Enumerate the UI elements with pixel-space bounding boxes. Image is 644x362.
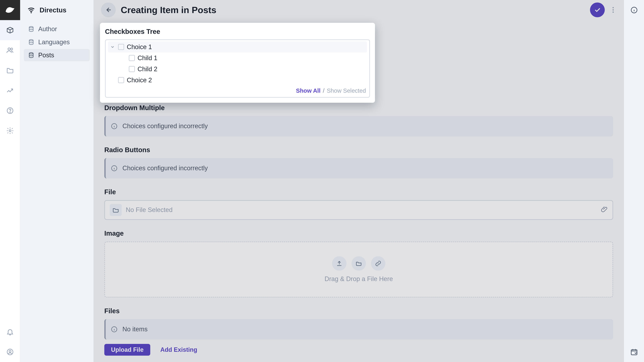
right-rail [624, 0, 644, 362]
sidebar-item-languages[interactable]: Languages [24, 36, 90, 48]
svg-point-7 [31, 12, 32, 13]
sidebar-item-label: Languages [38, 38, 70, 46]
tree-checkbox[interactable] [118, 44, 124, 50]
account-icon [6, 348, 14, 356]
tree-row-choice-2[interactable]: Choice 2 [108, 75, 367, 86]
chevron-down-icon [110, 44, 115, 49]
rail-help[interactable] [0, 100, 20, 121]
folder-icon [6, 66, 14, 74]
popover-title: Checkboxes Tree [105, 28, 370, 35]
rail-notifications[interactable] [0, 322, 20, 342]
rail-files[interactable] [0, 60, 20, 80]
svg-point-4 [9, 130, 11, 132]
box-icon [6, 26, 14, 34]
tree-label: Choice 2 [127, 77, 152, 84]
users-icon [6, 46, 14, 54]
tree-checkbox[interactable] [129, 55, 135, 61]
wifi-icon [27, 6, 35, 14]
tree-row-choice-1[interactable]: Choice 1 [108, 41, 367, 52]
svg-point-10 [29, 53, 33, 54]
sidebar-item-label: Author [38, 25, 57, 33]
database-icon [28, 39, 34, 45]
tree-label: Choice 1 [127, 43, 152, 51]
gear-icon [6, 127, 14, 135]
svg-rect-18 [631, 350, 637, 355]
database-icon [28, 26, 34, 32]
rail-settings[interactable] [0, 121, 20, 141]
sidebar-item-author[interactable]: Author [24, 23, 90, 35]
directus-icon [5, 6, 15, 14]
info-panel-toggle[interactable] [624, 0, 644, 20]
rail-account[interactable] [0, 342, 20, 362]
sidebar-item-label: Posts [38, 52, 54, 59]
sidebar-list: Author Languages Posts [20, 20, 94, 61]
checkboxes-tree-popover: Checkboxes Tree Choice 1 Child 1 Child 2… [100, 23, 375, 103]
database-icon [28, 52, 34, 58]
show-all-link[interactable]: Show All [296, 87, 320, 94]
sidebar-header: Directus [20, 0, 94, 20]
info-icon [630, 6, 638, 14]
tree-container: Choice 1 Child 1 Child 2 Choice 2 Show A… [105, 39, 370, 98]
svg-point-1 [10, 48, 12, 50]
svg-point-3 [10, 112, 10, 112]
insights-icon [6, 87, 14, 94]
collection-sidebar: Directus Author Languages Posts [20, 0, 94, 362]
rail-content[interactable] [0, 20, 20, 40]
tree-expand-toggle[interactable] [110, 44, 116, 49]
help-icon [6, 107, 14, 114]
svg-point-8 [29, 26, 33, 28]
module-rail [0, 0, 20, 362]
rail-users[interactable] [0, 40, 20, 60]
svg-point-0 [8, 48, 10, 50]
tree-checkbox[interactable] [118, 77, 124, 83]
bell-icon [6, 328, 14, 336]
tree-checkbox[interactable] [129, 66, 135, 72]
tree-row-child-1[interactable]: Child 1 [108, 52, 367, 63]
rail-insights[interactable] [0, 80, 20, 100]
sidebar-item-posts[interactable]: Posts [24, 49, 90, 61]
tree-label: Child 1 [138, 54, 157, 62]
tree-label: Child 2 [138, 65, 157, 73]
svg-point-9 [29, 39, 33, 41]
separator: / [323, 87, 324, 94]
revisions-toggle[interactable] [624, 342, 644, 362]
tree-footer: Show All / Show Selected [108, 86, 367, 94]
app-root: Directus Author Languages Posts Creating… [0, 0, 644, 362]
calendar-edit-icon [630, 348, 638, 356]
brand-logo[interactable] [0, 0, 20, 20]
sidebar-title: Directus [40, 6, 66, 14]
tree-row-child-2[interactable]: Child 2 [108, 63, 367, 75]
show-selected-link[interactable]: Show Selected [327, 87, 366, 94]
svg-point-6 [9, 350, 11, 352]
